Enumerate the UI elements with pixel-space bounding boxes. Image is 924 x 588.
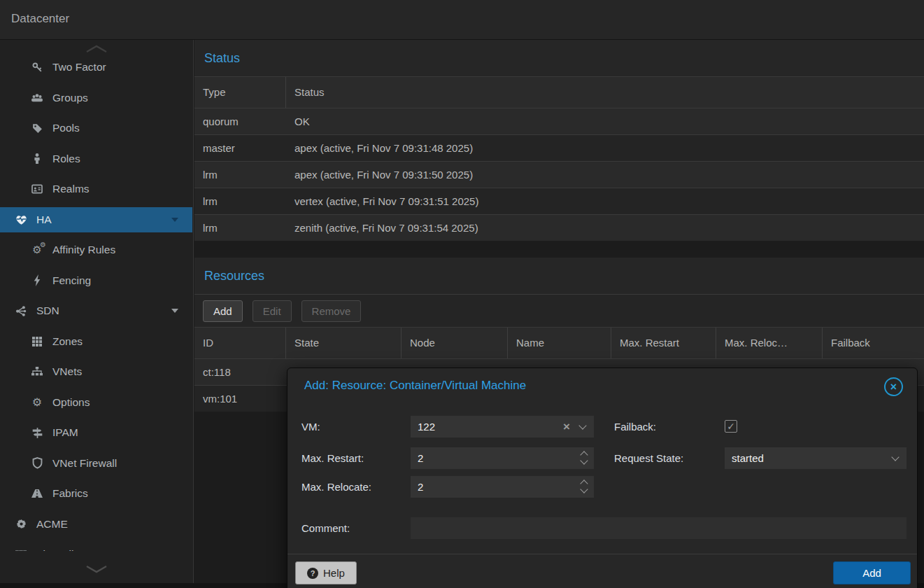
question-circle-icon: ? [307, 568, 318, 579]
sidebar-item-sdn[interactable]: SDN [0, 298, 192, 323]
column-header-max-restart[interactable]: Max. Restart [611, 328, 716, 358]
chevron-down-icon[interactable] [171, 218, 178, 222]
status-row-quorum[interactable]: quorum OK [194, 108, 924, 134]
sidebar-item-fabrics[interactable]: Fabrics [0, 481, 192, 506]
sidebar-item-groups[interactable]: Groups [0, 85, 192, 111]
column-header-node[interactable]: Node [401, 328, 508, 358]
comment-input[interactable] [411, 517, 907, 539]
sidebar-item-label: Fencing [52, 274, 91, 287]
sidebar-item-label: HA [36, 214, 52, 226]
status-row-lrm-zenith[interactable]: lrm zenith (active, Fri Nov 7 09:31:54 2… [194, 214, 924, 241]
signposts-icon [30, 427, 44, 439]
grid-icon [30, 336, 44, 347]
cell-type: quorum [194, 108, 286, 134]
sidebar-item-affinity-rules[interactable]: ⚙⚙ Affinity Rules [0, 237, 192, 262]
sidebar-item-label: VNets [52, 365, 82, 378]
column-header-max-relocate[interactable]: Max. Reloc… [716, 328, 823, 358]
sitemap-icon [30, 366, 44, 377]
sidebar-item-roles[interactable]: Roles [0, 146, 192, 172]
sidebar-item-ha[interactable]: HA [0, 207, 192, 232]
cell-id: ct:118 [194, 359, 286, 385]
max-restart-label: Max. Restart: [301, 447, 364, 469]
key-icon [30, 62, 44, 74]
vm-combobox[interactable]: × [411, 416, 594, 438]
add-button[interactable]: Add [203, 300, 243, 322]
chevron-down-icon[interactable] [171, 309, 178, 313]
address-card-icon [30, 183, 44, 195]
failback-label: Failback: [614, 416, 656, 438]
sidebar-item-label: Pools [52, 122, 80, 134]
sidebar-item-label: VNet Firewall [52, 457, 117, 470]
request-state-select[interactable]: started [725, 447, 907, 469]
sidebar-scroll-down[interactable] [0, 564, 193, 575]
column-header-state[interactable]: State [286, 328, 401, 358]
sidebar-item-pools[interactable]: Pools [0, 115, 192, 141]
max-relocate-spinner[interactable] [411, 476, 594, 498]
clear-icon[interactable]: × [563, 419, 570, 434]
sidebar-scroll-up[interactable] [0, 44, 193, 54]
sidebar-item-label: ACME [36, 518, 68, 531]
max-restart-spinner[interactable] [411, 447, 594, 469]
sidebar-item-label: Affinity Rules [52, 244, 115, 256]
sidebar-item-label: SDN [36, 304, 59, 317]
vm-label: VM: [301, 416, 320, 438]
column-header-failback[interactable]: Failback [823, 328, 924, 358]
max-restart-input[interactable] [411, 447, 594, 469]
users-icon [30, 92, 44, 104]
cell-status: zenith (active, Fri Nov 7 09:31:54 2025) [286, 215, 924, 241]
sidebar-item-fencing[interactable]: Fencing [0, 268, 192, 293]
road-icon [30, 488, 44, 499]
resources-toolbar: Add Edit Remove [194, 295, 924, 328]
person-icon [30, 153, 44, 164]
resources-panel-title: Resources [194, 258, 924, 295]
request-state-value: started [725, 447, 907, 469]
tag-icon [30, 122, 44, 134]
column-header-id[interactable]: ID [194, 328, 286, 358]
column-header-status[interactable]: Status [286, 77, 924, 108]
cell-type: lrm [194, 162, 286, 188]
dialog-titlebar[interactable]: Add: Resource: Container/Virtual Machine [287, 368, 917, 403]
sidebar-item-label: Fabrics [52, 487, 88, 500]
topbar: Datacenter [0, 0, 924, 40]
sidebar-item-ipam[interactable]: IPAM [0, 420, 192, 445]
cell-type: master [194, 135, 286, 161]
sidebar-item-label: Zones [52, 335, 83, 348]
sidebar-item-options[interactable]: ⚙ Options [0, 390, 192, 415]
firewall-icon [14, 549, 28, 551]
dialog-title: Add: Resource: Container/Virtual Machine [304, 379, 526, 393]
sidebar-item-vnet-firewall[interactable]: VNet Firewall [0, 451, 192, 476]
failback-checkbox[interactable]: ✓ [725, 420, 737, 433]
cell-status: OK [286, 108, 924, 134]
certificate-icon [14, 518, 28, 530]
sidebar-item-label: Firewall [36, 548, 73, 551]
column-header-name[interactable]: Name [508, 328, 611, 358]
page-title: Datacenter [11, 12, 69, 26]
dialog-add-button[interactable]: Add [833, 561, 911, 584]
shield-icon [30, 457, 44, 469]
sidebar-item-vnets[interactable]: VNets [0, 359, 192, 384]
sidebar-item-two-factor[interactable]: Two Factor [0, 55, 192, 80]
status-row-lrm-vertex[interactable]: lrm vertex (active, Fri Nov 7 09:31:51 2… [194, 188, 924, 214]
gear-icon: ⚙ [30, 396, 44, 409]
sidebar-item-acme[interactable]: ACME [0, 512, 192, 537]
resources-table-header: ID State Node Name Max. Restart Max. Rel… [194, 328, 924, 359]
cell-id: vm:101 [194, 386, 286, 412]
proxmox-datacenter-screen: Datacenter Two Factor Groups Pools Roles [0, 0, 924, 588]
sidebar-item-realms[interactable]: Realms [0, 176, 192, 202]
comment-fieldbox[interactable] [411, 517, 907, 539]
edit-button[interactable]: Edit [253, 300, 292, 322]
request-state-label: Request State: [614, 447, 683, 469]
max-relocate-input[interactable] [411, 476, 594, 498]
cell-status: apex (active, Fri Nov 7 09:31:48 2025) [286, 135, 924, 161]
status-row-master[interactable]: master apex (active, Fri Nov 7 09:31:48 … [194, 134, 924, 161]
max-relocate-label: Max. Relocate: [301, 476, 371, 498]
help-button[interactable]: ? Help [295, 561, 357, 584]
remove-button[interactable]: Remove [301, 300, 362, 322]
sidebar-item-firewall[interactable]: Firewall [0, 542, 192, 551]
close-icon[interactable]: × [884, 377, 903, 396]
network-nodes-icon [14, 305, 28, 317]
status-row-lrm-apex[interactable]: lrm apex (active, Fri Nov 7 09:31:50 202… [194, 161, 924, 188]
sidebar-item-zones[interactable]: Zones [0, 329, 192, 354]
cell-status: vertex (active, Fri Nov 7 09:31:51 2025) [286, 188, 924, 214]
column-header-type[interactable]: Type [194, 77, 286, 108]
